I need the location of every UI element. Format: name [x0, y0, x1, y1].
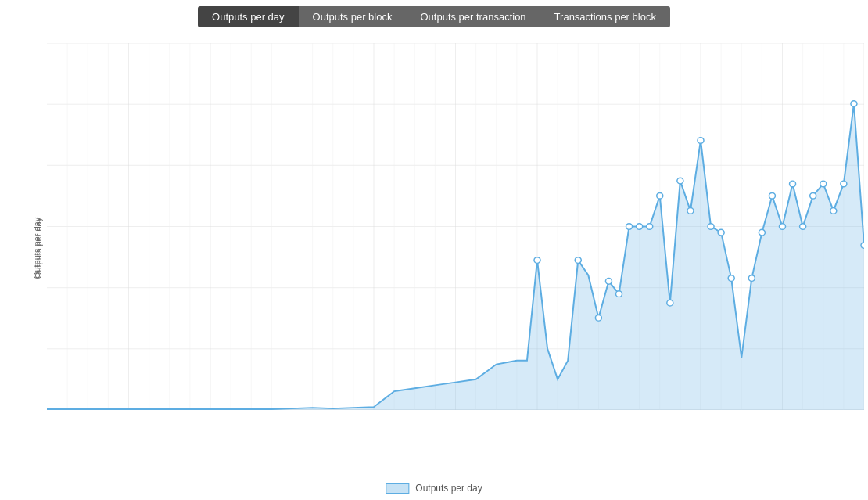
datapoint: [575, 257, 581, 264]
x-labels-svg: [47, 410, 864, 453]
main-container: Outputs per day Outputs per block Output…: [0, 0, 868, 500]
datapoint: [830, 208, 837, 214]
datapoint: [851, 101, 857, 107]
datapoint: [615, 291, 622, 297]
datapoint: [820, 181, 827, 187]
datapoint: [810, 192, 816, 199]
datapoint: [534, 257, 540, 264]
datapoint: [605, 279, 612, 285]
legend-label: Outputs per day: [415, 483, 482, 494]
datapoint: [626, 224, 633, 230]
datapoint: [769, 192, 775, 199]
datapoint: [698, 138, 704, 144]
datapoint: [667, 300, 673, 306]
datapoint: [790, 181, 796, 187]
datapoint: [647, 224, 653, 230]
main-chart-svg: 0 200000 400000 600000 800000 1000000 12…: [47, 43, 864, 410]
chart-legend: Outputs per day: [386, 483, 482, 494]
datapoint: [637, 224, 643, 230]
datapoint: [861, 243, 864, 249]
datapoint: [595, 315, 601, 321]
datapoint: [728, 275, 734, 282]
datapoint: [759, 229, 765, 236]
datapoint: [657, 192, 663, 199]
tab-outputs-per-block[interactable]: Outputs per block: [299, 6, 407, 27]
tab-transactions-per-block[interactable]: Transactions per block: [540, 6, 670, 27]
datapoint: [708, 224, 714, 230]
datapoint: [687, 208, 694, 214]
tab-bar: Outputs per day Outputs per block Output…: [0, 0, 868, 27]
datapoint: [748, 275, 755, 282]
datapoint: [718, 229, 724, 236]
datapoint: [677, 178, 683, 184]
tab-outputs-per-day[interactable]: Outputs per day: [198, 6, 299, 27]
y-axis-label-main: Outputs per day: [34, 218, 43, 279]
legend-color-box: [386, 483, 409, 494]
datapoint: [841, 181, 847, 187]
datapoint: [800, 224, 806, 230]
chart-main: Outputs per day 0 200000 400000 600000 8…: [0, 43, 868, 453]
datapoint: [779, 224, 785, 230]
tab-outputs-per-transaction[interactable]: Outputs per transaction: [406, 6, 540, 27]
x-labels-extended: [47, 410, 864, 453]
